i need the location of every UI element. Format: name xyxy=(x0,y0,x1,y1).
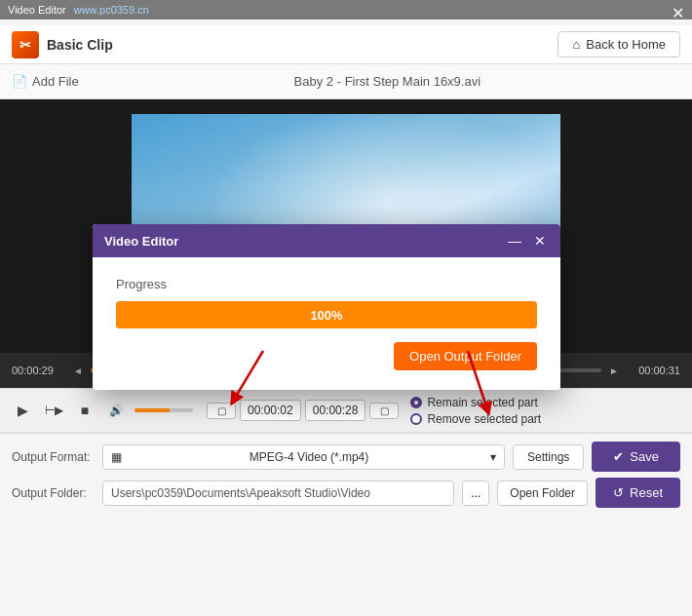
clip-start-marker[interactable]: ▢ xyxy=(207,403,236,419)
folder-path: Users\pc0359\Documents\Apeaksoft Studio\… xyxy=(102,481,454,506)
watermark-title: Video Editor xyxy=(8,4,66,16)
reset-label: Reset xyxy=(630,485,663,500)
top-bar-left: ✂ Basic Clip xyxy=(12,31,113,58)
back-to-home-label: Back to Home xyxy=(586,37,666,52)
chevron-down-icon: ▾ xyxy=(490,450,496,464)
timeline-right-arrow: ► xyxy=(609,366,619,376)
save-label: Save xyxy=(630,449,659,464)
stop-button[interactable]: ■ xyxy=(72,398,97,423)
top-bar: ✂ Basic Clip ⌂ Back to Home xyxy=(0,25,692,64)
reset-button[interactable]: ↺ Reset xyxy=(596,478,680,508)
browse-button[interactable]: ... xyxy=(462,481,489,506)
remove-label: Remove selected part xyxy=(427,412,541,426)
open-output-folder-button[interactable]: Open Output Folder xyxy=(394,342,537,370)
toolbar: 📄 Add File Baby 2 - First Step Main 16x9… xyxy=(0,64,692,99)
add-file-icon: 📄 xyxy=(12,74,27,89)
remove-selected-option[interactable]: Remove selected part xyxy=(410,412,541,426)
add-file-label: Add File xyxy=(32,74,79,89)
clip-icon: ▢ xyxy=(217,405,226,416)
format-select[interactable]: ▦ MPEG-4 Video (*.mp4) ▾ xyxy=(102,444,505,470)
remain-radio[interactable] xyxy=(410,397,422,408)
controls-bar: ▶ ⊢▶ ■ 🔊 ▢ 00:00:02 00:00:28 ▢ Remain se… xyxy=(0,388,692,433)
clip-end-marker[interactable]: ▢ xyxy=(369,403,399,419)
remain-label: Remain selected part xyxy=(427,396,537,409)
volume-slider[interactable] xyxy=(135,408,193,412)
video-editor-dialog: Video Editor — ✕ Progress 100% Open Outp… xyxy=(93,224,560,390)
progress-label: Progress xyxy=(116,277,537,291)
time-end-display[interactable]: 00:00:28 xyxy=(305,400,366,421)
dialog-minimize-button[interactable]: — xyxy=(506,232,523,250)
watermark-url: www.pc0359.cn xyxy=(74,4,149,16)
settings-button[interactable]: Settings xyxy=(513,444,584,470)
dialog-title: Video Editor xyxy=(104,234,178,249)
page-title: Basic Clip xyxy=(47,37,113,53)
timeline-time-left: 00:00:29 xyxy=(12,365,65,376)
back-to-home-button[interactable]: ⌂ Back to Home xyxy=(557,31,680,58)
format-row: Output Format: ▦ MPEG-4 Video (*.mp4) ▾ … xyxy=(12,442,680,472)
open-folder-button[interactable]: Open Folder xyxy=(497,481,588,506)
watermark-bar: Video Editor www.pc0359.cn ✕ xyxy=(0,0,692,19)
logo-icon: ✂ xyxy=(19,37,31,53)
save-button[interactable]: ✔ Save xyxy=(592,442,680,472)
progress-bar-container: 100% xyxy=(116,301,537,328)
folder-label: Output Folder: xyxy=(12,486,95,500)
remove-radio[interactable] xyxy=(410,413,422,425)
format-icon: ▦ xyxy=(111,450,122,464)
play-button[interactable]: ▶ xyxy=(10,398,35,423)
clip-mode-options: Remain selected part Remove selected par… xyxy=(410,396,541,426)
app-logo: ✂ xyxy=(12,31,39,58)
step-forward-button[interactable]: ⊢▶ xyxy=(41,398,66,423)
add-file-button[interactable]: 📄 Add File xyxy=(12,74,79,89)
folder-row: Output Folder: Users\pc0359\Documents\Ap… xyxy=(12,478,680,508)
format-value: MPEG-4 Video (*.mp4) xyxy=(250,450,369,464)
dialog-close-button[interactable]: ✕ xyxy=(531,232,549,250)
dialog-titlebar: Video Editor — ✕ xyxy=(93,224,560,257)
progress-text: 100% xyxy=(116,308,537,323)
main-window: Video Editor www.pc0359.cn ✕ ✂ Basic Cli… xyxy=(0,0,692,616)
main-close-icon[interactable]: ✕ xyxy=(672,4,684,22)
remain-selected-option[interactable]: Remain selected part xyxy=(410,396,541,409)
reset-icon: ↺ xyxy=(613,485,624,500)
time-input-group: ▢ 00:00:02 00:00:28 ▢ xyxy=(207,400,399,421)
timeline-time-right: 00:00:31 xyxy=(627,365,680,376)
volume-icon: 🔊 xyxy=(103,398,129,423)
home-icon: ⌂ xyxy=(572,37,580,52)
dialog-body: Progress 100% Open Output Folder xyxy=(93,257,560,390)
bottom-controls: Output Format: ▦ MPEG-4 Video (*.mp4) ▾ … xyxy=(0,433,692,521)
time-start-display[interactable]: 00:00:02 xyxy=(240,400,301,421)
dialog-controls: — ✕ xyxy=(506,232,549,250)
timeline-left-arrow: ◄ xyxy=(73,366,83,376)
clip-end-icon: ▢ xyxy=(380,405,389,416)
file-name: Baby 2 - First Step Main 16x9.avi xyxy=(95,74,680,89)
format-label: Output Format: xyxy=(12,450,95,464)
save-check-icon: ✔ xyxy=(613,449,624,464)
